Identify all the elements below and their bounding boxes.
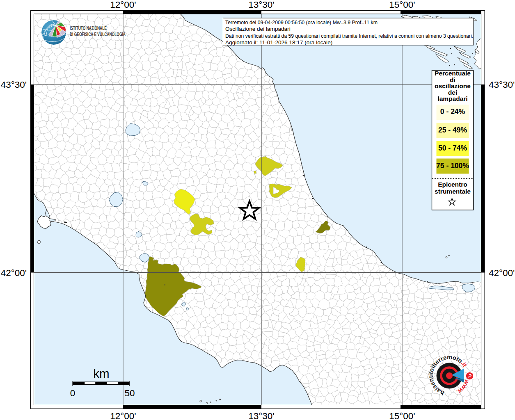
svg-text:43°30': 43°30' (489, 80, 515, 90)
svg-text:Epicentro: Epicentro (438, 181, 467, 188)
svg-text:43°30': 43°30' (1, 80, 27, 90)
svg-text:0: 0 (70, 388, 76, 398)
svg-text:lampadari: lampadari (437, 95, 467, 102)
svg-text:oscillazione: oscillazione (435, 82, 471, 89)
svg-text:12°00': 12°00' (110, 0, 136, 10)
svg-text:Aggiornato il: 11-01-2026 18:1: Aggiornato il: 11-01-2026 18:17 (ora loc… (225, 39, 332, 46)
svg-text:12°00': 12°00' (110, 411, 136, 420)
svg-text:25 - 49%: 25 - 49% (438, 126, 467, 134)
svg-text:Dati non verificati estratti d: Dati non verificati estratti da 59 quest… (225, 33, 473, 39)
svg-text:strumentale: strumentale (435, 188, 471, 195)
svg-text:Percentuale: Percentuale (435, 70, 471, 77)
svg-text:13°30': 13°30' (248, 0, 274, 10)
svg-text:42°00': 42°00' (1, 268, 27, 278)
svg-text:15°00': 15°00' (389, 0, 415, 10)
svg-text:50: 50 (124, 388, 135, 398)
svg-text:km: km (93, 367, 109, 380)
svg-text:Terremoto del 09-04-2009 00:56: Terremoto del 09-04-2009 00:56:50 (ora l… (225, 19, 378, 25)
svg-text:75 - 100%: 75 - 100% (436, 162, 469, 170)
svg-text:42°00': 42°00' (489, 268, 515, 278)
svg-text:di: di (450, 76, 455, 83)
svg-text:dei: dei (448, 89, 457, 96)
svg-text:50 - 74%: 50 - 74% (438, 144, 467, 152)
svg-text:15°00': 15°00' (389, 411, 415, 420)
svg-text:0 - 24%: 0 - 24% (440, 107, 465, 116)
svg-text:Oscillazione dei lampadari: Oscillazione dei lampadari (225, 26, 291, 32)
svg-text:ISTITUTO NAZIONALE: ISTITUTO NAZIONALE (70, 25, 107, 31)
svg-text:13°30': 13°30' (248, 411, 274, 420)
svg-text:DI GEOFISICA E VULCANOLOGIA: DI GEOFISICA E VULCANOLOGIA (70, 32, 126, 37)
